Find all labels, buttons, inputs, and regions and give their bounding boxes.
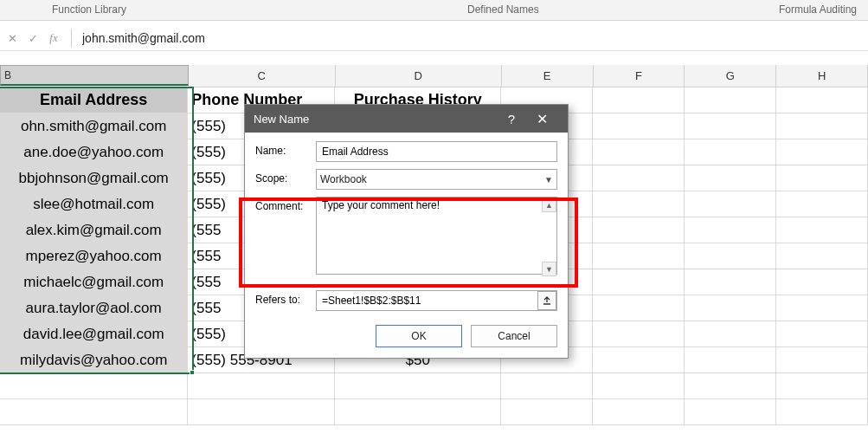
cell[interactable] [188,373,335,399]
close-icon[interactable]: ✕ [524,111,559,127]
cell[interactable] [501,399,593,425]
scroll-down-icon[interactable]: ▼ [542,262,556,276]
cell[interactable] [685,217,776,243]
scroll-up-icon[interactable]: ▲ [542,198,556,212]
col-header-D[interactable]: D [336,65,502,87]
cell[interactable] [593,295,685,321]
divider [71,29,72,48]
cell[interactable] [335,373,501,399]
cell[interactable]: ohn.smith@gmail.com [0,113,188,139]
cell[interactable] [776,347,868,373]
col-header-E[interactable]: E [502,65,594,87]
cell[interactable] [776,165,868,191]
cell[interactable] [685,139,776,165]
cell[interactable] [776,243,868,269]
cell[interactable] [776,399,868,425]
cell[interactable]: michaelc@gmail.com [0,269,188,295]
dialog-titlebar[interactable]: New Name ? ✕ [245,105,568,133]
cell[interactable] [776,373,868,399]
cell[interactable] [776,139,868,165]
refers-to-input[interactable] [316,290,557,311]
cell[interactable] [685,113,776,139]
scope-selected-value: Workbook [320,173,367,185]
cell[interactable] [593,165,685,191]
dialog-title: New Name [254,113,498,126]
cell[interactable] [685,87,776,113]
cell[interactable] [776,191,868,217]
ribbon-group-labels: Function Library Defined Names Formula A… [0,0,868,21]
col-header-F[interactable]: F [594,65,685,87]
ok-button[interactable]: OK [376,325,462,347]
scope-label: Scope: [255,169,316,185]
cell[interactable] [0,373,188,399]
cell[interactable] [685,399,776,425]
refers-to-label: Refers to: [255,290,316,306]
cell[interactable] [593,321,685,347]
cancel-button[interactable]: Cancel [471,325,557,347]
cell[interactable] [776,113,868,139]
cell[interactable]: aura.taylor@aol.com [0,295,188,321]
cell[interactable] [0,399,188,425]
cell[interactable] [593,217,685,243]
col-header-H[interactable]: H [776,65,868,87]
cell[interactable]: david.lee@gmail.com [0,321,188,347]
formula-bar: ✕ ✓ fx [0,25,868,51]
comment-textarea[interactable] [316,197,557,275]
cell[interactable] [685,165,776,191]
table-row [0,373,868,399]
col-header-C[interactable]: C [189,65,336,87]
column-headers: B C D E F G H [0,65,868,87]
cell[interactable]: alex.kim@gmail.com [0,217,188,243]
cell[interactable] [188,399,335,425]
cell[interactable] [685,347,776,373]
cell[interactable] [685,321,776,347]
cell[interactable] [593,347,685,373]
cell[interactable] [593,373,685,399]
scope-select[interactable]: Workbook ▼ [316,169,557,190]
col-header-G[interactable]: G [685,65,776,87]
cell[interactable]: mperez@yahoo.com [0,243,188,269]
cell[interactable]: bbjohnson@gmail.com [0,165,188,191]
cancel-icon[interactable]: ✕ [2,29,23,47]
cell[interactable] [685,295,776,321]
cell[interactable] [593,243,685,269]
cell[interactable] [593,269,685,295]
cell[interactable] [593,191,685,217]
table-row [0,399,868,425]
cell[interactable] [335,399,501,425]
cell[interactable] [593,113,685,139]
accept-icon[interactable]: ✓ [23,29,43,47]
cell[interactable] [685,269,776,295]
cell[interactable] [685,243,776,269]
cell[interactable] [501,373,593,399]
cell[interactable] [776,321,868,347]
cell[interactable] [685,191,776,217]
col-header-B[interactable]: B [0,65,189,86]
name-label: Name: [255,141,316,157]
ribbon-group-function-library: Function Library [52,3,126,16]
cell[interactable] [593,139,685,165]
name-input[interactable] [316,141,557,162]
cell[interactable] [593,87,685,113]
cell[interactable] [776,295,868,321]
ribbon-group-defined-names: Defined Names [467,3,539,16]
cell[interactable] [776,87,868,113]
collapse-dialog-icon[interactable] [537,291,556,310]
chevron-down-icon: ▼ [544,175,553,185]
cell[interactable]: ane.doe@yahoo.com [0,139,188,165]
cell[interactable]: slee@hotmail.com [0,191,188,217]
ribbon-group-formula-auditing: Formula Auditing [779,3,857,16]
help-button[interactable]: ? [498,112,524,126]
formula-input[interactable] [77,29,868,47]
cell[interactable]: milydavis@yahoo.com [0,347,188,373]
cell[interactable] [776,217,868,243]
new-name-dialog: New Name ? ✕ Name: Scope: Workbook ▼ Com… [244,104,569,359]
cell[interactable] [776,269,868,295]
cell[interactable] [685,373,776,399]
comment-label: Comment: [255,197,316,212]
cell[interactable]: Email Address [0,87,188,113]
divider [259,284,554,285]
cell[interactable] [593,399,685,425]
insert-function-button[interactable]: fx [43,29,64,47]
